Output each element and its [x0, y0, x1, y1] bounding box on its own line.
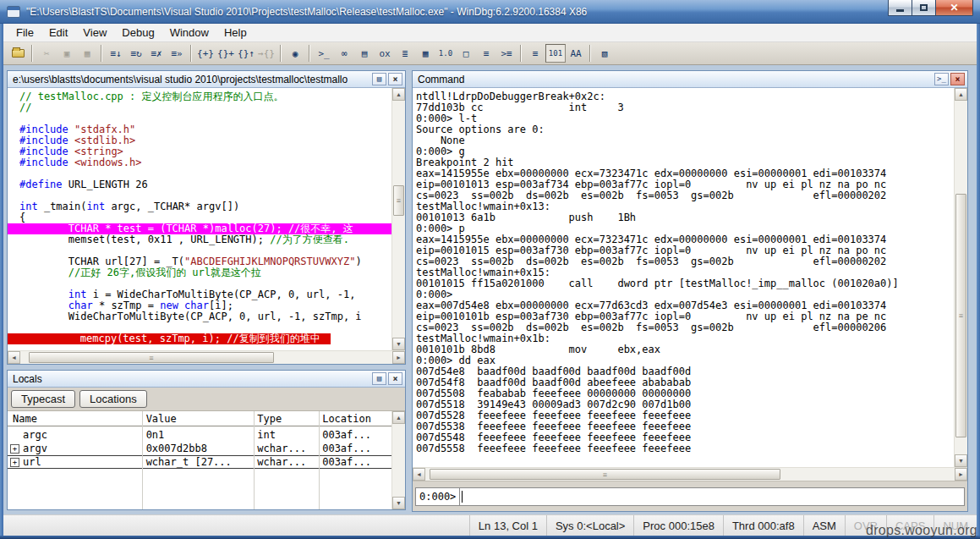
- source-code-area[interactable]: // testMalloc.cpp : 定义控制台应用程序的入口点。// #in…: [8, 88, 391, 350]
- options-icon[interactable]: ▧: [594, 44, 615, 63]
- source-line: // testMalloc.cpp : 定义控制台应用程序的入口点。: [8, 91, 391, 102]
- locals-window-titlebar[interactable]: Locals ▤ ×: [8, 371, 405, 388]
- command-output-area[interactable]: ntdll!LdrpDoDebuggerBreak+0x2c:77dd103b …: [413, 88, 954, 467]
- menu-item-help[interactable]: Help: [216, 24, 255, 41]
- source-window-titlebar[interactable]: e:\users\blastts\documents\visual studio…: [8, 71, 405, 88]
- command-hscrollbar[interactable]: ◄ ≡ ►: [413, 467, 967, 481]
- break-icon[interactable]: ≡»: [167, 44, 187, 63]
- source-vscroll-thumb[interactable]: ≡: [393, 185, 404, 216]
- window-title: "E:\Users\BlastTS\Documents\Visual Studi…: [26, 6, 587, 18]
- command-output-line: Source options are 0:: [416, 124, 954, 135]
- step-over-icon[interactable]: {}+: [216, 44, 236, 63]
- column-header-type[interactable]: Type: [252, 413, 317, 425]
- scratch-pad-window-icon[interactable]: □: [456, 44, 476, 63]
- locals-table[interactable]: NameValueTypeLocationargc0n1int003af...+…: [8, 411, 391, 509]
- scroll-up-icon[interactable]: ▲: [955, 88, 967, 101]
- scroll-left-icon[interactable]: ◄: [413, 468, 425, 481]
- scroll-up-icon[interactable]: ▲: [392, 411, 405, 424]
- minimize-button[interactable]: [888, 0, 912, 16]
- cut-icon[interactable]: ✂: [36, 44, 57, 63]
- maximize-button[interactable]: [912, 0, 936, 16]
- copy-icon[interactable]: ▣: [57, 44, 77, 63]
- source-window: e:\users\blastts\documents\visual studio…: [7, 70, 406, 365]
- scroll-right-icon[interactable]: ►: [392, 351, 405, 364]
- scroll-down-icon[interactable]: ▼: [392, 497, 405, 509]
- menu-item-file[interactable]: File: [8, 24, 41, 41]
- expand-icon[interactable]: +: [10, 444, 19, 454]
- source-close-icon[interactable]: ×: [388, 73, 402, 85]
- scroll-down-icon[interactable]: ▼: [392, 338, 405, 350]
- source-mode-icon[interactable]: ≡: [525, 44, 545, 63]
- menu-item-edit[interactable]: Edit: [41, 24, 75, 41]
- command-close-icon[interactable]: ×: [950, 73, 965, 85]
- open-source-file-icon[interactable]: [8, 44, 28, 63]
- font-icon[interactable]: AA: [566, 44, 586, 63]
- menu-item-debug[interactable]: Debug: [114, 24, 162, 41]
- close-button[interactable]: ✕: [935, 0, 973, 16]
- toolbar-separator: [101, 45, 102, 62]
- disassembly-window-icon[interactable]: 1.0: [435, 44, 456, 63]
- stop-debugging-icon[interactable]: ≡✗: [146, 44, 167, 63]
- command-output-line: 00101013 6a1b push 1Bh: [416, 212, 954, 223]
- locals-row-url[interactable]: +urlwchar_t [27...wchar...003af...: [8, 455, 391, 469]
- paste-icon[interactable]: ▦: [77, 44, 97, 63]
- watch-window-icon[interactable]: ∞: [334, 44, 354, 63]
- scroll-down-icon[interactable]: ▼: [955, 454, 967, 467]
- locals-close-icon[interactable]: ×: [388, 372, 402, 385]
- mdi-client-area: e:\users\blastts\documents\visual studio…: [3, 65, 977, 514]
- locals-row-argv[interactable]: +argv0x007d2bb8wchar...003af...: [8, 442, 391, 455]
- source-hscroll-thumb[interactable]: ≡: [29, 352, 274, 363]
- variable-type-cell: wchar...: [252, 456, 317, 468]
- scroll-left-icon[interactable]: ◄: [8, 351, 20, 364]
- status-sys-0-local-: Sys 0:<Local>: [546, 515, 633, 536]
- command-window-titlebar[interactable]: Command >_ ×: [413, 71, 967, 88]
- window-titlebar[interactable]: "E:\Users\BlastTS\Documents\Visual Studi…: [0, 0, 980, 24]
- variable-value-cell: 0x007d2bb8: [141, 443, 253, 454]
- locals-vscrollbar[interactable]: ▲ ▼: [391, 411, 405, 509]
- column-header-value[interactable]: Value: [141, 413, 253, 425]
- command-vscrollbar[interactable]: ▲ ≡ ▼: [954, 88, 967, 467]
- assembly-mode-icon[interactable]: 101: [545, 44, 566, 63]
- menu-item-view[interactable]: View: [75, 24, 114, 41]
- command-input[interactable]: [459, 487, 965, 506]
- locals-dock-icon[interactable]: ▤: [372, 372, 386, 385]
- locals-typecast-button[interactable]: Typecast: [11, 390, 75, 408]
- restart-icon[interactable]: ≡↻: [126, 44, 146, 63]
- source-hscrollbar[interactable]: ◄ ≡ ►: [8, 350, 405, 364]
- locals-window-icon[interactable]: ▤: [354, 44, 375, 63]
- command-window-icon[interactable]: >_: [314, 44, 334, 63]
- command-browser-window-icon[interactable]: >≡: [496, 44, 517, 63]
- command-dock-icon[interactable]: >_: [934, 73, 949, 85]
- window-frame-bottom: [0, 536, 980, 539]
- run-to-cursor-icon[interactable]: →{}: [256, 44, 276, 63]
- toolbar-separator: [589, 45, 591, 62]
- locals-locations-button[interactable]: Locations: [79, 390, 147, 408]
- registers-window-icon[interactable]: ox: [375, 44, 395, 63]
- menu-item-window[interactable]: Window: [162, 24, 216, 41]
- scroll-right-icon[interactable]: ►: [955, 468, 967, 481]
- menu-bar: FileEditViewDebugWindowHelp: [3, 24, 977, 42]
- source-vscrollbar[interactable]: ▲ ≡ ▼: [391, 88, 405, 350]
- command-prompt: 0:000>: [415, 487, 459, 506]
- variable-name-cell: +url: [8, 456, 141, 468]
- locals-row-argc[interactable]: argc0n1int003af...: [8, 428, 391, 442]
- step-out-icon[interactable]: {}↑: [236, 44, 256, 63]
- column-header-name[interactable]: Name: [8, 413, 141, 425]
- memory-window-icon[interactable]: ≣: [395, 44, 415, 63]
- insert-remove-breakpoint-icon[interactable]: ◉: [285, 44, 305, 63]
- go-icon[interactable]: ≡↓: [106, 44, 126, 63]
- step-into-icon[interactable]: {+}: [195, 44, 216, 63]
- status-asm: ASM: [803, 515, 845, 536]
- command-hscroll-thumb[interactable]: ≡: [430, 469, 780, 480]
- source-dock-icon[interactable]: ▤: [372, 73, 386, 85]
- source-line: int _tmain(int argc, _TCHAR* argv[]): [8, 201, 391, 212]
- status-ln-13-col-1: Ln 13, Col 1: [469, 515, 546, 536]
- command-vscroll-thumb[interactable]: ≡: [955, 194, 966, 437]
- scroll-up-icon[interactable]: ▲: [392, 88, 405, 101]
- toolbar-separator: [309, 45, 310, 62]
- command-output-line: 77dd103b cc int 3: [416, 102, 954, 113]
- column-header-location[interactable]: Location: [317, 413, 391, 425]
- processes-window-icon[interactable]: ≡: [476, 44, 496, 63]
- expand-icon[interactable]: +: [10, 458, 19, 467]
- call-stack-window-icon[interactable]: ▦: [415, 44, 435, 63]
